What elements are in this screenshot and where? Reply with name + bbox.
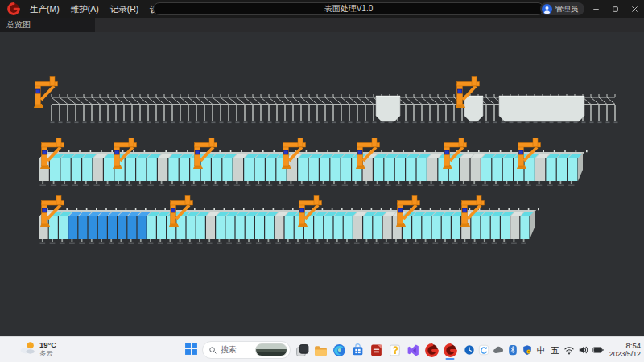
taskbar-center: 搜索 [184,337,457,362]
search-placeholder: 搜索 [221,344,252,356]
taskbar: 19°C 多云 搜索 中五 8:54 2023/5/12 [0,336,644,362]
bluetooth-icon[interactable] [507,343,518,356]
weather-widget[interactable]: 19°C 多云 [19,340,56,358]
tray-icons: 中五 [464,343,604,356]
search-icon [208,346,217,355]
menu-item[interactable]: 维护(A) [65,0,105,18]
ime-mode-indicator[interactable]: 五 [550,343,560,356]
menu-item[interactable]: 生产(M) [24,0,65,18]
task-view-icon[interactable] [295,339,309,360]
taskbar-tray: 中五 8:54 2023/5/12 [464,337,641,362]
weather-desc: 多云 [39,350,56,358]
user-name: 管理员 [555,4,579,14]
office-red-icon[interactable] [369,339,383,360]
desktop: 生产(M)维护(A)记录(R)设置(S)帮助(H) 表面处理V1.0 管理员 总… [0,0,644,362]
app-logo-icon[interactable] [424,339,439,360]
window-controls [586,0,644,18]
volume-icon[interactable] [578,343,589,356]
windows-logo-icon [184,342,198,359]
plant-overview-canvas[interactable] [0,0,644,336]
active-app-indicator [446,358,455,360]
search-input[interactable]: 搜索 [202,341,291,359]
app-titlebar: 生产(M)维护(A)记录(R)设置(S)帮助(H) 表面处理V1.0 管理员 [0,0,644,18]
cloud-icon[interactable] [493,343,504,356]
menu-item[interactable]: 记录(R) [105,0,145,18]
maximize-button[interactable] [605,0,625,18]
user-chip[interactable]: 管理员 [540,2,585,15]
tab-overview[interactable]: 总览图 [0,18,95,32]
app-logo-icon [7,2,20,15]
clock-date: 2023/5/12 [609,350,641,359]
ime-lang-indicator[interactable]: 中 [536,343,547,356]
weather-temp: 19°C [39,341,56,350]
security-shield-icon[interactable] [522,343,533,356]
overhead-rack-line [34,77,618,124]
search-daily-image [255,343,288,356]
crane[interactable] [34,77,58,109]
user-avatar-icon [542,4,552,14]
sticky-notes-icon[interactable] [387,339,402,360]
minimize-button[interactable] [586,0,605,18]
visual-studio-icon[interactable] [406,339,420,360]
start-button[interactable] [184,339,198,360]
pinned-apps [295,339,457,360]
wifi-icon[interactable] [564,343,575,356]
clock-time: 8:54 [626,341,642,350]
store-icon[interactable] [350,339,365,360]
close-button[interactable] [625,0,644,18]
app-title: 表面处理V1.0 [324,3,374,14]
title-field: 表面处理V1.0 [153,2,544,15]
taskbar-clock[interactable]: 8:54 2023/5/12 [609,341,641,359]
clock-blue-icon[interactable] [464,343,475,356]
file-explorer-icon[interactable] [313,339,328,360]
edge-icon[interactable] [332,339,346,360]
sync-icon[interactable] [478,343,489,356]
process-tank-line-2 [39,196,539,245]
process-tank-line-1 [39,138,588,187]
tab-strip: 总览图 [0,18,644,32]
battery-icon[interactable] [592,343,604,356]
weather-sun-cloud-icon [19,340,36,358]
app-logo-icon-active[interactable] [443,339,457,360]
